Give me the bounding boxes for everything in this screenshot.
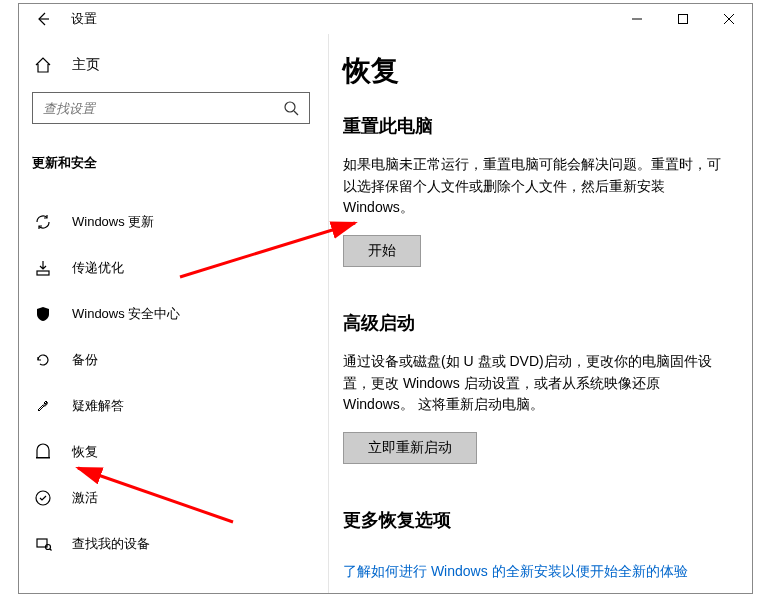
reset-desc: 如果电脑未正常运行，重置电脑可能会解决问题。重置时，可以选择保留个人文件或删除个… — [343, 154, 724, 219]
fresh-install-link[interactable]: 了解如何进行 Windows 的全新安装以便开始全新的体验 — [343, 563, 688, 579]
minimize-button[interactable] — [614, 4, 660, 34]
svg-point-5 — [285, 102, 295, 112]
wrench-icon — [34, 397, 52, 415]
sidebar-item-label: 激活 — [72, 489, 98, 507]
sidebar-item-security[interactable]: Windows 安全中心 — [27, 292, 310, 336]
sidebar-item-label: Windows 更新 — [72, 213, 154, 231]
sidebar-item-label: 恢复 — [72, 443, 98, 461]
home-link[interactable]: 主页 — [27, 52, 310, 74]
sidebar-section-title: 更新和安全 — [27, 154, 310, 172]
window-title: 设置 — [71, 10, 97, 28]
page-title: 恢复 — [343, 52, 724, 90]
sidebar-item-label: 疑难解答 — [72, 397, 124, 415]
svg-line-6 — [294, 111, 298, 115]
close-icon — [724, 14, 734, 24]
sidebar-item-windows-update[interactable]: Windows 更新 — [27, 200, 310, 244]
advanced-heading: 高级启动 — [343, 311, 724, 335]
sidebar-item-recovery[interactable]: 恢复 — [27, 430, 310, 474]
sidebar-item-label: 传递优化 — [72, 259, 124, 277]
svg-line-12 — [50, 549, 52, 551]
recovery-icon — [34, 443, 52, 461]
sidebar-item-find-device[interactable]: 查找我的设备 — [27, 522, 310, 566]
maximize-button[interactable] — [660, 4, 706, 34]
main-content: 恢复 重置此电脑 如果电脑未正常运行，重置电脑可能会解决问题。重置时，可以选择保… — [329, 34, 752, 593]
maximize-icon — [678, 14, 688, 24]
shield-icon — [34, 305, 52, 323]
back-button[interactable] — [27, 5, 59, 33]
sidebar-item-label: 查找我的设备 — [72, 535, 150, 553]
search-input[interactable] — [33, 101, 273, 116]
arrow-left-icon — [35, 11, 51, 27]
minimize-icon — [632, 14, 642, 24]
svg-point-9 — [36, 491, 50, 505]
reset-heading: 重置此电脑 — [343, 114, 724, 138]
activation-icon — [34, 489, 52, 507]
sidebar-item-label: Windows 安全中心 — [72, 305, 180, 323]
svg-rect-7 — [37, 271, 49, 275]
svg-rect-8 — [36, 457, 50, 459]
svg-rect-2 — [679, 15, 688, 24]
window-controls — [614, 4, 752, 34]
sidebar-item-backup[interactable]: 备份 — [27, 338, 310, 382]
search-icon — [283, 100, 299, 116]
sidebar-item-activation[interactable]: 激活 — [27, 476, 310, 520]
sidebar-item-label: 备份 — [72, 351, 98, 369]
advanced-desc: 通过设备或磁盘(如 U 盘或 DVD)启动，更改你的电脑固件设置，更改 Wind… — [343, 351, 724, 416]
home-label: 主页 — [72, 56, 100, 74]
sidebar: 主页 更新和安全 Windows 更新 传递优化 Windows 安全中心 — [19, 34, 329, 593]
sync-icon — [34, 213, 52, 231]
more-heading: 更多恢复选项 — [343, 508, 724, 532]
search-box[interactable] — [32, 92, 310, 124]
home-icon — [34, 56, 52, 74]
restart-now-button[interactable]: 立即重新启动 — [343, 432, 477, 464]
reset-start-button[interactable]: 开始 — [343, 235, 421, 267]
download-icon — [34, 259, 52, 277]
find-device-icon — [34, 535, 52, 553]
sidebar-item-troubleshoot[interactable]: 疑难解答 — [27, 384, 310, 428]
sidebar-item-delivery-optimization[interactable]: 传递优化 — [27, 246, 310, 290]
titlebar: 设置 — [19, 4, 752, 34]
backup-icon — [34, 351, 52, 369]
close-button[interactable] — [706, 4, 752, 34]
